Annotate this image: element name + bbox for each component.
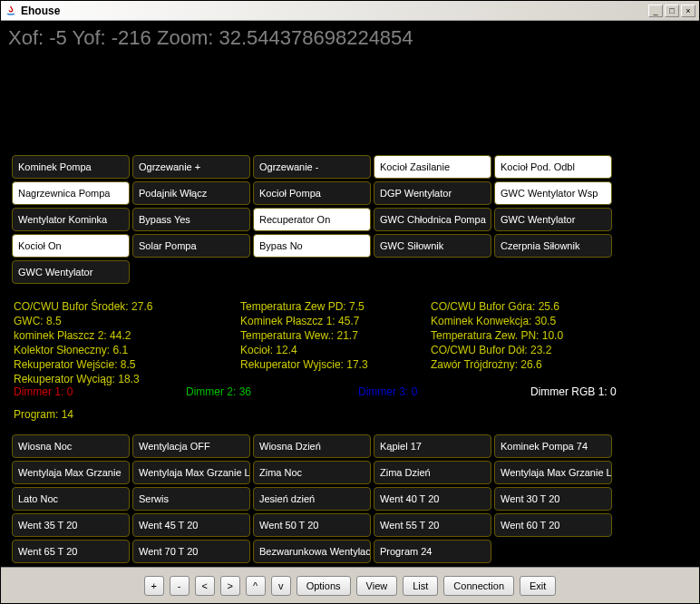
switch-grid: Kominek PompaOgrzewanie +Ogrzewanie -Koc… xyxy=(12,155,612,284)
program-button[interactable]: Kąpiel 17 xyxy=(374,434,491,458)
program-button[interactable]: Went 45 T 20 xyxy=(132,513,250,537)
program-button[interactable]: Wiosna Noc xyxy=(12,434,130,458)
status-value: kominek Płaszcz 2: 44.2 xyxy=(14,329,240,342)
program-button[interactable]: Zima Noc xyxy=(253,461,371,484)
program-button[interactable]: Went 40 T 20 xyxy=(374,487,491,511)
zoom-label: Zoom: xyxy=(157,26,213,49)
view-button[interactable]: View xyxy=(356,576,398,596)
status-value: Temperatura Wew.: 21.7 xyxy=(240,329,431,342)
switch-button[interactable]: DGP Wentylator xyxy=(374,181,491,205)
window-controls: _ □ × xyxy=(648,5,695,17)
program-button[interactable]: Bezwarunkowa Wentylacja xyxy=(253,540,371,563)
program-button[interactable]: Wentylaja Max Grzanie xyxy=(12,461,130,484)
connection-button[interactable]: Connection xyxy=(443,576,514,596)
yof-value: -216 xyxy=(112,26,151,49)
program-button[interactable]: Lato Noc xyxy=(12,487,130,511)
bottom-toolbar: +-<>^vOptionsViewListConnectionExit xyxy=(1,567,699,603)
coords-display: Xof: -5 Yof: -216 Zoom: 32.5443786982248… xyxy=(8,26,413,50)
program-button[interactable]: Went 70 T 20 xyxy=(132,540,250,563)
pan-right-button[interactable]: > xyxy=(220,576,240,596)
program-button[interactable]: Wiosna Dzień xyxy=(253,434,371,458)
switch-button[interactable]: Czerpnia Siłownik xyxy=(494,234,612,258)
status-value: Temperatura Zew. PN: 10.0 xyxy=(431,329,639,342)
dimmer-rgb-1: Dimmer RGB 1: 0 xyxy=(530,385,617,398)
program-button[interactable]: Kominek Pompa 74 xyxy=(494,434,612,458)
app-window: Ehouse _ □ × Xof: -5 Yof: -216 Zoom: 32.… xyxy=(0,0,700,604)
switch-button[interactable]: GWC Wentylator Wsp xyxy=(494,181,612,205)
status-value: Kominek Konwekcja: 30.5 xyxy=(431,315,639,327)
program-button[interactable]: Went 35 T 20 xyxy=(12,513,130,537)
switch-button[interactable]: GWC Siłownik xyxy=(374,234,491,258)
status-col-1: CO/CWU Bufor Środek: 27.6GWC: 8.5kominek… xyxy=(14,300,240,385)
switch-button[interactable]: Solar Pompa xyxy=(132,234,250,258)
status-value: GWC: 8.5 xyxy=(14,315,240,327)
switch-button[interactable]: GWC Wentylator xyxy=(12,260,130,284)
titlebar: Ehouse _ □ × xyxy=(1,1,699,21)
status-value: Rekuperator Wyjscie: 17.3 xyxy=(240,358,431,371)
zoom-out-button[interactable]: - xyxy=(170,576,190,596)
switch-button[interactable]: Kocioł Pompa xyxy=(253,181,371,205)
switch-button[interactable]: Bypas No xyxy=(253,234,371,258)
program-button[interactable]: Went 50 T 20 xyxy=(253,513,371,537)
program-button[interactable]: Wentylaja Max Grzanie Level 2 xyxy=(494,461,612,484)
switch-button[interactable]: Podajnik Włącz xyxy=(132,181,250,205)
program-button[interactable]: Went 60 T 20 xyxy=(494,513,612,537)
switch-button[interactable]: Ogrzewanie - xyxy=(253,155,371,179)
program-button[interactable]: Went 65 T 20 xyxy=(12,540,130,563)
pan-up-button[interactable]: ^ xyxy=(246,576,266,596)
status-value: Kocioł: 12.4 xyxy=(240,344,431,356)
status-value: Kolektor Słoneczny: 6.1 xyxy=(14,344,240,356)
minimize-button[interactable]: _ xyxy=(648,5,663,17)
status-col-2: Temperatura Zew PD: 7.5Kominek Płaszcz 1… xyxy=(240,300,431,385)
status-value: CO/CWU Bufor Dół: 23.2 xyxy=(431,344,639,356)
status-value: Zawór Trójdrożny: 26.6 xyxy=(431,358,639,371)
xof-value: -5 xyxy=(49,26,67,49)
close-button[interactable]: × xyxy=(681,5,695,17)
status-value: CO/CWU Bufor Góra: 25.6 xyxy=(431,300,639,313)
pan-left-button[interactable]: < xyxy=(195,576,215,596)
program-button[interactable]: Wentylacja OFF xyxy=(132,434,250,458)
zoom-in-button[interactable]: + xyxy=(144,576,164,596)
zoom-value: 32.544378698224854 xyxy=(219,26,413,49)
status-value: Rekuperator Wyciąg: 18.3 xyxy=(14,373,240,385)
switch-button[interactable]: Kominek Pompa xyxy=(12,155,130,179)
java-icon xyxy=(5,5,17,17)
dimmer-2: Dimmer 2: 36 xyxy=(186,385,358,398)
program-button[interactable]: Went 30 T 20 xyxy=(494,487,612,511)
window-title: Ehouse xyxy=(21,5,648,17)
switch-button[interactable]: Kocioł On xyxy=(12,234,130,258)
switch-button[interactable]: Recuperator On xyxy=(253,208,371,231)
switch-button[interactable]: Wentylator Kominka xyxy=(12,208,130,231)
switch-button[interactable]: Kocioł Pod. Odbl xyxy=(494,155,612,179)
switch-button[interactable]: GWC Chłodnica Pompa xyxy=(374,208,491,231)
xof-label: Xof: xyxy=(8,26,44,49)
program-button[interactable]: Program 24 xyxy=(374,540,491,563)
pan-down-button[interactable]: v xyxy=(271,576,291,596)
status-value: Rekuperator Wejście: 8.5 xyxy=(14,358,240,371)
program-grid: Wiosna NocWentylacja OFFWiosna DzieńKąpi… xyxy=(12,434,612,563)
program-button[interactable]: Serwis xyxy=(132,487,250,511)
dimmer-3: Dimmer 3: 0 xyxy=(358,385,530,398)
status-value: CO/CWU Bufor Środek: 27.6 xyxy=(14,300,240,313)
status-grid: CO/CWU Bufor Środek: 27.6GWC: 8.5kominek… xyxy=(14,300,639,385)
canvas-area: Xof: -5 Yof: -216 Zoom: 32.5443786982248… xyxy=(1,21,699,567)
options-button[interactable]: Options xyxy=(297,576,351,596)
yof-label: Yof: xyxy=(73,26,106,49)
program-label: Program: 14 xyxy=(14,408,73,421)
switch-button[interactable]: GWC Wentylator xyxy=(494,208,612,231)
exit-button[interactable]: Exit xyxy=(520,576,556,596)
maximize-button[interactable]: □ xyxy=(665,5,679,17)
list-button[interactable]: List xyxy=(403,576,438,596)
switch-button[interactable]: Bypass Yes xyxy=(132,208,250,231)
program-button[interactable]: Jesień dzień xyxy=(253,487,371,511)
status-value: Kominek Płaszcz 1: 45.7 xyxy=(240,315,431,327)
status-value: Temperatura Zew PD: 7.5 xyxy=(240,300,431,313)
program-button[interactable]: Wentylaja Max Grzanie L xyxy=(132,461,250,484)
dimmer-row: Dimmer 1: 0 Dimmer 2: 36 Dimmer 3: 0 Dim… xyxy=(14,385,648,398)
dimmer-1: Dimmer 1: 0 xyxy=(14,385,186,398)
switch-button[interactable]: Kocioł Zasilanie xyxy=(374,155,491,179)
switch-button[interactable]: Ogrzewanie + xyxy=(132,155,250,179)
switch-button[interactable]: Nagrzewnica Pompa xyxy=(12,181,130,205)
program-button[interactable]: Zima Dzień xyxy=(374,461,491,484)
program-button[interactable]: Went 55 T 20 xyxy=(374,513,491,537)
